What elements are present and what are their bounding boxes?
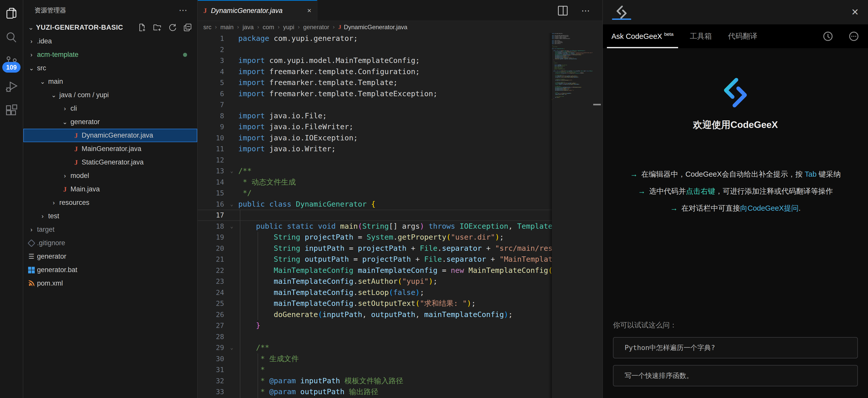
activity-explorer-icon[interactable]	[4, 6, 19, 20]
breadcrumb-com[interactable]: com	[262, 24, 274, 31]
fold-chevron-icon[interactable]: ⌄	[226, 199, 237, 210]
suggestion-prompt-1[interactable]: Python中怎样遍历一个字典?	[613, 337, 858, 359]
file-generator.bat[interactable]: generator.bat	[23, 263, 197, 277]
editor-actions: ⋯	[558, 0, 591, 21]
code-line-21: String outputPath = projectPath + File.s…	[238, 254, 552, 265]
fold-chevron-icon[interactable]: ⌄	[226, 166, 237, 177]
file-maingenerator.java[interactable]: JMainGenerator.java	[23, 142, 197, 155]
activity-run-debug-icon[interactable]	[4, 79, 19, 93]
code-line-14: * 动态文件生成	[238, 177, 552, 188]
line-number-24: 24	[198, 287, 226, 298]
refresh-icon[interactable]	[168, 23, 177, 32]
file-.gitignore[interactable]: .gitignore	[23, 236, 197, 250]
fold-spacer	[226, 243, 237, 254]
suggestion-prompt-2[interactable]: 写一个快速排序函数。	[613, 365, 858, 386]
fold-spacer	[226, 331, 237, 342]
folder-main[interactable]: ⌄main	[23, 75, 197, 88]
codegeex-panel-header: ✕	[603, 0, 868, 24]
git-modified-dot	[183, 53, 187, 57]
file-staticgenerator.java[interactable]: JStaticGenerator.java	[23, 155, 197, 169]
close-panel-icon[interactable]: ✕	[851, 7, 859, 18]
chevron-right-icon: ›	[59, 172, 70, 179]
code-line-12	[238, 154, 552, 166]
close-tab-icon[interactable]: ×	[307, 7, 311, 15]
codegeex-tab-ask-codegeex[interactable]: Ask CodeGeeXbeta	[612, 24, 674, 48]
fold-spacer	[226, 276, 237, 287]
rss-file-icon	[26, 280, 37, 287]
folder-target[interactable]: ›target	[23, 223, 197, 236]
codegeex-tab-代码翻译[interactable]: 代码翻译	[728, 24, 757, 48]
folder-acm-template[interactable]: ›acm-template	[23, 48, 197, 61]
breadcrumb-src[interactable]: src	[203, 24, 211, 31]
codegeex-panel: ✕ Ask CodeGeeXbeta工具箱代码翻译 欢迎使用CodeGeeX →…	[602, 0, 868, 398]
more-icon[interactable]	[848, 31, 859, 42]
line-number-32: 32	[198, 375, 226, 387]
new-folder-icon[interactable]	[153, 23, 162, 32]
code-line-17	[238, 210, 552, 221]
breadcrumb-java[interactable]: java	[243, 24, 254, 31]
breadcrumb-dynamicgenerator.java[interactable]: JDynamicGenerator.java	[338, 24, 407, 31]
codegeex-logo-icon[interactable]	[612, 0, 631, 24]
folder-model[interactable]: ›model	[23, 169, 197, 182]
code-line-5: import freemarker.template.Template;	[238, 77, 552, 88]
line-number-33: 33	[198, 386, 226, 397]
folder-cli[interactable]: ›cli	[23, 102, 197, 115]
file-main.java[interactable]: JMain.java	[23, 182, 197, 196]
fold-spacer	[226, 133, 237, 144]
indent-guide	[240, 210, 240, 398]
line-number-13: 13	[198, 166, 226, 177]
explorer-header: 资源管理器 ⋯	[23, 0, 197, 20]
breadcrumb-main[interactable]: main	[220, 24, 234, 31]
line-number-11: 11	[198, 143, 226, 154]
fold-spacer	[226, 143, 237, 154]
line-number-18: 18	[198, 221, 226, 232]
fold-spacer	[226, 287, 237, 298]
activity-source-control-icon[interactable]: 109	[4, 55, 19, 69]
line-number-21: 21	[198, 254, 226, 265]
folder-generator[interactable]: ⌄generator	[23, 115, 197, 129]
project-root-row[interactable]: ⌄ YUZI-GENERATOR-BASIC	[23, 20, 197, 34]
history-icon[interactable]	[823, 31, 834, 42]
welcome-tips: →在编辑器中，CodeGeeX会自动给出补全提示，按 Tab 键采纳→选中代码并…	[603, 169, 868, 214]
fold-gutter: ⌄⌄⌄⌄	[226, 33, 237, 397]
tab-dynamicgenerator-java[interactable]: J DynamicGenerator.java ×	[198, 0, 317, 21]
activity-search-icon[interactable]	[4, 30, 19, 45]
code-line-1: package com.yupi.generator;	[238, 33, 552, 44]
file-dynamicgenerator.java[interactable]: JDynamicGenerator.java	[23, 129, 197, 142]
code-editor[interactable]: 1234567891011121314151617181920212223242…	[198, 33, 602, 398]
minimap[interactable]: package com.yupi.generator; import com.y…	[552, 33, 592, 398]
folder-resources[interactable]: ›resources	[23, 196, 197, 209]
file-generator[interactable]: ☰generator	[23, 250, 197, 263]
welcome-tip-3: →在对话栏中可直接向CodeGeeX提问.	[670, 203, 801, 214]
editor-scrollbar[interactable]	[592, 33, 602, 398]
fold-spacer	[226, 265, 237, 276]
folder-java-com-yupi[interactable]: ⌄java / com / yupi	[23, 88, 197, 102]
breadcrumb-separator: ›	[237, 24, 239, 30]
line-number-7: 7	[198, 99, 226, 110]
new-file-icon[interactable]	[137, 23, 147, 32]
fold-chevron-icon[interactable]: ⌄	[226, 342, 237, 353]
code-line-15: */	[238, 188, 552, 199]
fold-chevron-icon[interactable]: ⌄	[226, 221, 237, 232]
folder-.idea[interactable]: ›.idea	[23, 34, 197, 48]
file-pom.xml[interactable]: pom.xml	[23, 277, 197, 290]
line-number-27: 27	[198, 320, 226, 331]
breadcrumb-yupi[interactable]: yupi	[283, 24, 294, 31]
codegeex-tab-工具箱[interactable]: 工具箱	[690, 24, 712, 48]
line-number-20: 20	[198, 243, 226, 254]
split-editor-icon[interactable]	[558, 6, 567, 16]
folder-src[interactable]: ⌄src	[23, 61, 197, 75]
explorer-more-icon[interactable]: ⋯	[179, 8, 188, 13]
editor-more-icon[interactable]: ⋯	[581, 9, 591, 12]
code-line-9: import java.io.FileWriter;	[238, 121, 552, 133]
editor-group: J DynamicGenerator.java × ⋯ src›main›jav…	[198, 0, 602, 398]
folder-test[interactable]: ›test	[23, 209, 197, 223]
chevron-right-icon: ›	[26, 51, 37, 58]
code-line-3: import com.yupi.model.MainTemplateConfig…	[238, 55, 552, 66]
collapse-all-icon[interactable]	[183, 23, 192, 32]
activity-extensions-icon[interactable]	[4, 104, 19, 118]
project-name: YUZI-GENERATOR-BASIC	[36, 24, 137, 31]
fold-spacer	[226, 66, 237, 78]
code-text[interactable]: package com.yupi.generator; import com.y…	[238, 33, 552, 397]
breadcrumb-generator[interactable]: generator	[303, 24, 329, 31]
